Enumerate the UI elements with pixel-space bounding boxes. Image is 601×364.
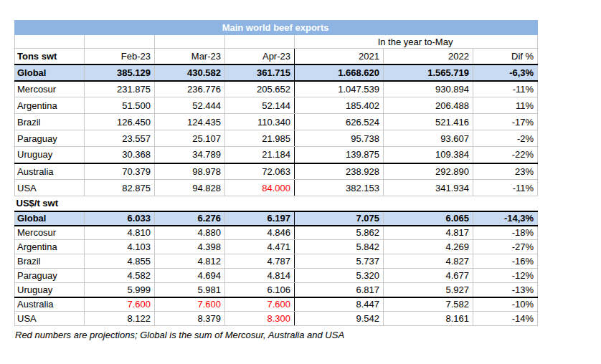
table-row: Uruguay5.9995.9816.1066.8175.927-13% (15, 283, 538, 297)
value-cell: 206.488 (384, 97, 473, 114)
table-row: Mercosur231.875236.776205.6521.047.53993… (15, 81, 538, 97)
value-cell: 51.500 (85, 97, 155, 114)
value-cell: -14,3% (473, 211, 538, 226)
value-cell: 4.398 (155, 240, 225, 254)
value-cell: 95.738 (295, 130, 384, 147)
value-cell: 126.450 (85, 114, 155, 130)
unit-header-tons: Tons swt (15, 49, 85, 64)
table-row: Australia7.6007.6007.6008.4477.582-10% (15, 297, 538, 312)
value-cell: 1.047.539 (295, 81, 384, 97)
value-cell: 11% (473, 97, 538, 114)
value-cell: 82.875 (85, 180, 155, 196)
row-label: Mercosur (15, 81, 85, 97)
column-header-apr23: Apr-23 (225, 49, 295, 64)
unit-header-usd: US$/t swt (15, 196, 538, 211)
empty-cell (85, 35, 155, 49)
value-cell: 4.677 (384, 269, 473, 283)
value-cell: 109.384 (384, 147, 473, 163)
row-label: Uruguay (15, 283, 85, 297)
column-header-mar23: Mar-23 (155, 49, 225, 64)
value-cell: 4.827 (384, 254, 473, 269)
value-cell: 4.810 (85, 226, 155, 240)
value-cell: -2% (473, 130, 538, 147)
row-label: Argentina (15, 97, 85, 114)
section-label-row: US$/t swt (15, 196, 538, 211)
value-cell: 4.787 (225, 254, 295, 269)
beef-exports-report: Main world beef exports In the year to-M… (14, 20, 540, 340)
table-row: Brazil126.450124.435110.340626.524521.41… (15, 114, 538, 130)
table-row: Paraguay4.5824.6944.8145.3204.677-12% (15, 269, 538, 283)
group-header-row: In the year to-May (15, 35, 538, 49)
value-cell: 5.737 (295, 254, 384, 269)
table-row: Global385.129430.582361.7151.668.6201.56… (15, 64, 538, 81)
value-cell: 7.600 (85, 297, 155, 312)
value-cell: -18% (473, 226, 538, 240)
value-cell: -10% (473, 297, 538, 312)
footnote: Red numbers are projections; Global is t… (15, 330, 540, 340)
value-cell: 4.814 (225, 269, 295, 283)
table-row: Argentina4.1034.3984.4715.8424.269-27% (15, 240, 538, 254)
value-cell: 8.161 (384, 312, 473, 326)
group-header-label: In the year to-May (295, 35, 538, 49)
value-cell: 72.063 (225, 163, 295, 180)
value-cell: 6.276 (155, 211, 225, 226)
row-label: Paraguay (15, 130, 85, 147)
row-label: Australia (15, 297, 85, 312)
value-cell: 4.817 (384, 226, 473, 240)
usd-section-body: Global6.0336.2766.1977.0756.065-14,3%Mer… (15, 211, 538, 326)
value-cell: -11% (473, 180, 538, 196)
row-label: Uruguay (15, 147, 85, 163)
value-cell: 382.153 (295, 180, 384, 196)
value-cell: 9.542 (295, 312, 384, 326)
value-cell: 7.582 (384, 297, 473, 312)
column-header-row: Tons swt Feb-23 Mar-23 Apr-23 2021 2022 … (15, 49, 538, 64)
value-cell: 6.033 (85, 211, 155, 226)
empty-cell (155, 35, 225, 49)
value-cell: 5.999 (85, 283, 155, 297)
value-cell: 6.106 (225, 283, 295, 297)
value-cell: 23.557 (85, 130, 155, 147)
table-row: Australia70.37998.97872.063238.928292.89… (15, 163, 538, 180)
value-cell: -16% (473, 254, 538, 269)
value-cell: -12% (473, 269, 538, 283)
tons-section-body: Global385.129430.582361.7151.668.6201.56… (15, 64, 538, 196)
value-cell: -11% (473, 81, 538, 97)
table-row: USA8.1228.3798.3009.5428.161-14% (15, 312, 538, 326)
table-row: Uruguay30.36834.78921.184139.875109.384-… (15, 147, 538, 163)
value-cell: 930.894 (384, 81, 473, 97)
value-cell: 521.416 (384, 114, 473, 130)
value-cell: 4.855 (85, 254, 155, 269)
value-cell: 361.715 (225, 64, 295, 81)
row-label: Australia (15, 163, 85, 180)
table-row: Paraguay23.55725.10721.98595.73893.607-2… (15, 130, 538, 147)
value-cell: 52.444 (155, 97, 225, 114)
value-cell: 292.890 (384, 163, 473, 180)
value-cell: 5.981 (155, 283, 225, 297)
row-label: USA (15, 180, 85, 196)
value-cell: 25.107 (155, 130, 225, 147)
row-label: Brazil (15, 114, 85, 130)
row-label: Brazil (15, 254, 85, 269)
table-row: USA82.87594.82884.000382.153341.934-11% (15, 180, 538, 196)
value-cell: -14% (473, 312, 538, 326)
table-title: Main world beef exports (15, 21, 538, 35)
value-cell: -6,3% (473, 64, 538, 81)
row-label: Mercosur (15, 226, 85, 240)
value-cell: -27% (473, 240, 538, 254)
value-cell: 4.582 (85, 269, 155, 283)
value-cell: 4.269 (384, 240, 473, 254)
value-cell: 4.103 (85, 240, 155, 254)
value-cell: 8.379 (155, 312, 225, 326)
value-cell: 238.928 (295, 163, 384, 180)
value-cell: -22% (473, 147, 538, 163)
value-cell: 23% (473, 163, 538, 180)
value-cell: -13% (473, 283, 538, 297)
value-cell: 52.144 (225, 97, 295, 114)
value-cell: 8.122 (85, 312, 155, 326)
value-cell: 5.927 (384, 283, 473, 297)
usd-section-header: US$/t swt (15, 196, 538, 211)
value-cell: 4.812 (155, 254, 225, 269)
value-cell: 93.607 (384, 130, 473, 147)
column-header-feb23: Feb-23 (85, 49, 155, 64)
table-row: Brazil4.8554.8124.7875.7374.827-16% (15, 254, 538, 269)
